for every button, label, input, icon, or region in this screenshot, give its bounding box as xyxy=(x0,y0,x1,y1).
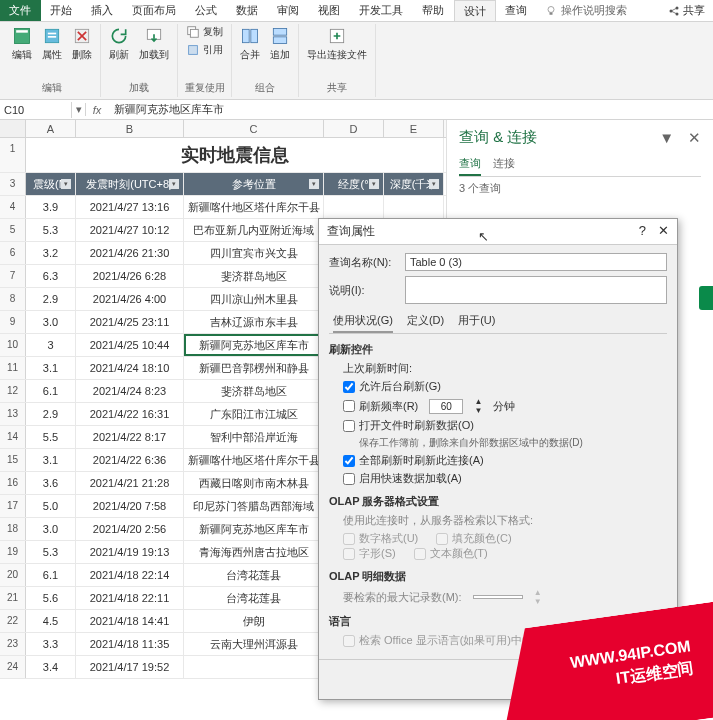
cell[interactable]: 3.3 xyxy=(26,633,76,655)
tab-data[interactable]: 数据 xyxy=(227,0,268,21)
delete-button[interactable]: 删除 xyxy=(70,24,94,64)
cell[interactable]: 6.1 xyxy=(26,380,76,402)
cell[interactable]: 2.9 xyxy=(26,288,76,310)
pane-collapse-handle[interactable] xyxy=(699,286,713,310)
filter-dropdown-icon[interactable] xyxy=(61,179,71,189)
cell[interactable]: 巴布亚新几内亚附近海域 xyxy=(184,219,324,241)
cell[interactable] xyxy=(324,196,384,218)
cell[interactable] xyxy=(184,656,324,678)
cell[interactable]: 5.0 xyxy=(26,495,76,517)
tab-view[interactable]: 视图 xyxy=(309,0,350,21)
cell[interactable]: 吉林辽源市东丰县 xyxy=(184,311,324,333)
cell[interactable]: 4.5 xyxy=(26,610,76,632)
row-header[interactable]: 3 xyxy=(0,173,26,195)
col-header[interactable]: A xyxy=(26,120,76,137)
row-header[interactable]: 24 xyxy=(0,656,26,678)
cell[interactable]: 3.2 xyxy=(26,242,76,264)
formula-input[interactable]: 新疆阿克苏地区库车市 xyxy=(108,100,713,119)
cell[interactable]: 3.6 xyxy=(26,472,76,494)
pane-tab-conn[interactable]: 连接 xyxy=(493,153,515,176)
cell[interactable]: 台湾花莲县 xyxy=(184,587,324,609)
tell-me-search[interactable]: 操作说明搜索 xyxy=(537,0,635,21)
fastload-checkbox[interactable] xyxy=(343,473,355,485)
share-button[interactable]: 共享 xyxy=(660,0,713,21)
row-header[interactable]: 5 xyxy=(0,219,26,241)
cell[interactable]: 2021/4/22 16:31 xyxy=(76,403,184,425)
table-header[interactable]: 发震时刻(UTC+8) xyxy=(76,173,184,195)
cell[interactable]: 5.5 xyxy=(26,426,76,448)
tab-help[interactable]: 帮助 xyxy=(413,0,454,21)
filter-dropdown-icon[interactable] xyxy=(169,179,179,189)
cell[interactable]: 2021/4/27 10:12 xyxy=(76,219,184,241)
merge-button[interactable]: 合并 xyxy=(238,24,262,64)
table-header[interactable]: 参考位置 xyxy=(184,173,324,195)
props-button[interactable]: 属性 xyxy=(40,24,64,64)
table-header[interactable]: 深度(千米 xyxy=(384,173,444,195)
append-button[interactable]: 追加 xyxy=(268,24,292,64)
row-header[interactable]: 13 xyxy=(0,403,26,425)
cell[interactable]: 2021/4/26 6:28 xyxy=(76,265,184,287)
cell[interactable]: 2021/4/24 8:23 xyxy=(76,380,184,402)
cell[interactable]: 印尼苏门答腊岛西部海域 xyxy=(184,495,324,517)
cell[interactable]: 新疆阿克苏地区库车市 xyxy=(184,334,324,356)
pane-tab-query[interactable]: 查询 xyxy=(459,153,481,176)
tab-query[interactable]: 查询 xyxy=(496,0,537,21)
tab-layout[interactable]: 页面布局 xyxy=(123,0,186,21)
tab-insert[interactable]: 插入 xyxy=(82,0,123,21)
tab-formula[interactable]: 公式 xyxy=(186,0,227,21)
cell[interactable] xyxy=(384,196,444,218)
filter-dropdown-icon[interactable] xyxy=(429,179,439,189)
cell[interactable]: 3 xyxy=(26,334,76,356)
row-header[interactable]: 15 xyxy=(0,449,26,471)
cell[interactable]: 2021/4/19 19:13 xyxy=(76,541,184,563)
row-header[interactable]: 1 xyxy=(0,138,26,172)
tab-dev[interactable]: 开发工具 xyxy=(350,0,413,21)
table-header[interactable]: 震级(M xyxy=(26,173,76,195)
row-header[interactable]: 7 xyxy=(0,265,26,287)
row-header[interactable]: 17 xyxy=(0,495,26,517)
cell[interactable]: 西藏日喀则市南木林县 xyxy=(184,472,324,494)
cell[interactable]: 智利中部沿岸近海 xyxy=(184,426,324,448)
col-header[interactable]: C xyxy=(184,120,324,137)
row-header[interactable]: 23 xyxy=(0,633,26,655)
loadto-button[interactable]: 加载到 xyxy=(137,24,171,64)
cell[interactable]: 2021/4/18 22:11 xyxy=(76,587,184,609)
cell[interactable]: 2021/4/25 10:44 xyxy=(76,334,184,356)
cell[interactable]: 2021/4/26 4:00 xyxy=(76,288,184,310)
row-header[interactable]: 6 xyxy=(0,242,26,264)
name-box[interactable]: C10 xyxy=(0,102,72,118)
cell[interactable]: 2021/4/20 7:58 xyxy=(76,495,184,517)
dlg-tab-usedin[interactable]: 用于(U) xyxy=(458,310,495,333)
row-header[interactable]: 12 xyxy=(0,380,26,402)
dialog-close-icon[interactable]: ✕ xyxy=(658,223,669,240)
ref-button[interactable]: 引用 xyxy=(184,42,225,58)
cell[interactable]: 5.3 xyxy=(26,219,76,241)
cell[interactable]: 2021/4/18 22:14 xyxy=(76,564,184,586)
cell[interactable]: 3.1 xyxy=(26,449,76,471)
cell[interactable]: 2021/4/22 8:17 xyxy=(76,426,184,448)
cell[interactable]: 广东阳江市江城区 xyxy=(184,403,324,425)
edit-button[interactable]: 编辑 xyxy=(10,24,34,64)
tab-file[interactable]: 文件 xyxy=(0,0,41,21)
filter-dropdown-icon[interactable] xyxy=(369,179,379,189)
cell[interactable]: 2.9 xyxy=(26,403,76,425)
pane-dropdown-icon[interactable]: ▼ xyxy=(659,129,674,147)
row-header[interactable]: 21 xyxy=(0,587,26,609)
freq-value[interactable]: 60 xyxy=(429,399,463,414)
cell[interactable]: 3.0 xyxy=(26,311,76,333)
fx-icon[interactable]: fx xyxy=(86,104,108,116)
row-header[interactable]: 9 xyxy=(0,311,26,333)
row-header[interactable]: 11 xyxy=(0,357,26,379)
cell[interactable]: 2021/4/26 21:30 xyxy=(76,242,184,264)
cell[interactable]: 2021/4/17 19:52 xyxy=(76,656,184,678)
freq-checkbox[interactable] xyxy=(343,400,355,412)
cell[interactable]: 2021/4/18 14:41 xyxy=(76,610,184,632)
cell[interactable]: 3.0 xyxy=(26,518,76,540)
cell[interactable]: 新疆喀什地区塔什库尔干县 xyxy=(184,196,324,218)
refresh-button[interactable]: 刷新 xyxy=(107,24,131,64)
dlg-tab-definition[interactable]: 定义(D) xyxy=(407,310,444,333)
tab-design[interactable]: 设计 xyxy=(454,0,496,21)
tab-review[interactable]: 审阅 xyxy=(268,0,309,21)
cell[interactable]: 5.6 xyxy=(26,587,76,609)
name-input[interactable]: Table 0 (3) xyxy=(405,253,667,271)
